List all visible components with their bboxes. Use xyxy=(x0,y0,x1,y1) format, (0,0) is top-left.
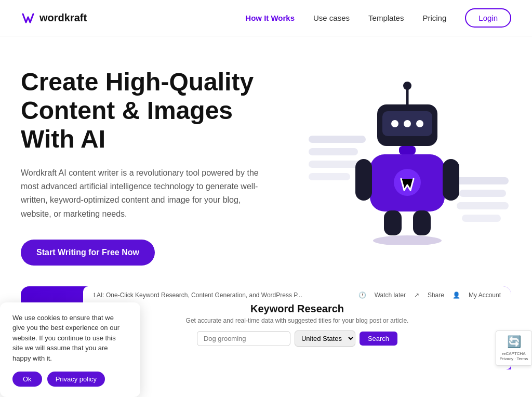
brand-name: wordkraft xyxy=(39,12,87,24)
user-icon: 👤 xyxy=(453,292,460,299)
svg-rect-3 xyxy=(309,173,350,180)
svg-rect-4 xyxy=(454,177,509,184)
hero-title: Create High-QualityContent & Images With… xyxy=(21,68,291,154)
cookie-privacy-button[interactable]: Privacy policy xyxy=(47,372,105,387)
share-icon: ↗ xyxy=(414,292,419,299)
nav-link-templates[interactable]: Templates xyxy=(368,14,404,22)
recaptcha-badge: 🔄 reCAPTCHAPrivacy · Terms xyxy=(496,330,532,366)
svg-rect-21 xyxy=(413,210,431,235)
video-title-bar: t AI: One-Click Keyword Research, Conten… xyxy=(94,292,302,299)
watch-later-icon: 🕐 xyxy=(358,292,366,299)
cookie-banner: We use cookies to ensure that we give yo… xyxy=(0,302,140,398)
cookie-ok-button[interactable]: Ok xyxy=(12,372,42,387)
svg-point-22 xyxy=(373,235,442,245)
hero-section: Create High-QualityContent & Images With… xyxy=(0,36,532,286)
decorative-lines-right xyxy=(454,177,511,224)
svg-point-12 xyxy=(391,120,398,127)
svg-point-9 xyxy=(403,82,411,90)
svg-rect-6 xyxy=(457,202,509,209)
nav-link-how-it-works[interactable]: How It Works xyxy=(245,14,295,22)
watch-later-label[interactable]: Watch later xyxy=(375,292,406,299)
svg-rect-5 xyxy=(459,190,506,197)
my-account-label: My Account xyxy=(469,292,501,299)
nav-link-use-cases[interactable]: Use cases xyxy=(313,14,350,22)
svg-rect-18 xyxy=(355,159,372,201)
recaptcha-icon: 🔄 xyxy=(499,335,528,349)
logo[interactable]: wordkraft xyxy=(21,11,87,25)
video-inner: t AI: One-Click Keyword Research, Conten… xyxy=(83,286,511,369)
svg-point-13 xyxy=(404,120,411,127)
nav-item-templates[interactable]: Templates xyxy=(368,14,404,23)
svg-rect-20 xyxy=(384,210,402,235)
cookie-text: We use cookies to ensure that we give yo… xyxy=(12,313,128,364)
cookie-buttons: Ok Privacy policy xyxy=(12,372,128,387)
hero-description: Wordkraft AI content writer is a revolut… xyxy=(21,166,260,221)
svg-point-14 xyxy=(416,120,423,127)
keyword-search-input[interactable] xyxy=(197,331,290,346)
video-actions: 🕐 Watch later ↗ Share 👤 My Account xyxy=(358,292,501,299)
nav-links: How It Works Use cases Templates Pricing… xyxy=(245,8,511,28)
robot-illustration xyxy=(355,78,459,245)
nav-item-use-cases[interactable]: Use cases xyxy=(313,14,350,23)
share-label[interactable]: Share xyxy=(428,292,444,299)
svg-rect-7 xyxy=(462,215,501,222)
keyword-research-title: Keyword Research xyxy=(94,303,501,315)
cta-button[interactable]: Start Writing for Free Now xyxy=(21,240,155,266)
nav-item-login[interactable]: Login xyxy=(465,8,511,28)
recaptcha-text: reCAPTCHAPrivacy · Terms xyxy=(500,351,528,361)
nav-link-pricing[interactable]: Pricing xyxy=(422,14,446,22)
keyword-search-bar: United States Search xyxy=(94,330,501,347)
svg-rect-15 xyxy=(399,146,416,154)
keyword-search-button[interactable]: Search xyxy=(360,332,397,346)
navbar: wordkraft How It Works Use cases Templat… xyxy=(0,0,532,36)
svg-rect-1 xyxy=(309,148,358,155)
nav-item-pricing[interactable]: Pricing xyxy=(422,14,446,23)
hero-illustration xyxy=(293,73,511,260)
hero-content: Create High-QualityContent & Images With… xyxy=(21,68,291,266)
keyword-research-desc: Get accurate and real-time data with sug… xyxy=(94,317,501,324)
login-button[interactable]: Login xyxy=(465,8,511,28)
nav-item-how-it-works[interactable]: How It Works xyxy=(245,14,295,23)
svg-rect-19 xyxy=(443,159,459,201)
country-select[interactable]: United States xyxy=(295,330,355,347)
logo-icon xyxy=(21,11,35,25)
video-top-bar: t AI: One-Click Keyword Research, Conten… xyxy=(94,292,501,299)
